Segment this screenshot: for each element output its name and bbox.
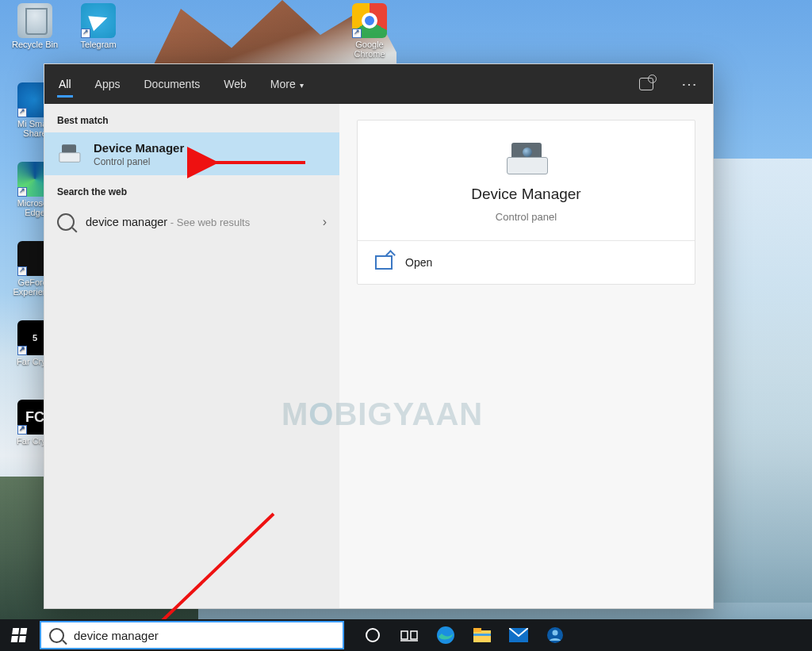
recycle-bin-icon bbox=[17, 3, 52, 38]
feedback-button[interactable] bbox=[635, 73, 657, 95]
shortcut-overlay-icon bbox=[17, 108, 27, 117]
more-options-icon bbox=[681, 75, 697, 94]
tab-more[interactable]: More bbox=[269, 73, 305, 95]
start-button[interactable] bbox=[0, 619, 38, 651]
cortana-button[interactable] bbox=[355, 619, 390, 651]
desktop-icon-telegram[interactable]: Telegram bbox=[70, 3, 127, 49]
desktop-icon-recycle-bin[interactable]: Recycle Bin bbox=[6, 3, 63, 49]
start-search-panel: All Apps Documents Web More Best match D… bbox=[44, 63, 714, 609]
taskbar-search-box[interactable] bbox=[40, 621, 344, 649]
desktop-icon-label: Recycle Bin bbox=[6, 40, 63, 49]
taskbar-file-explorer[interactable] bbox=[465, 619, 500, 651]
section-best-match: Best match bbox=[44, 104, 339, 132]
svg-point-2 bbox=[366, 629, 379, 641]
taskbar-your-phone[interactable] bbox=[538, 619, 573, 651]
results-list: Best match Device Manager Control panel … bbox=[44, 104, 339, 608]
file-explorer-icon bbox=[473, 627, 492, 643]
mail-icon bbox=[509, 628, 528, 642]
result-title: Device Manager bbox=[94, 141, 184, 155]
feedback-icon bbox=[639, 78, 653, 90]
search-icon bbox=[49, 628, 64, 643]
windows-logo-icon bbox=[11, 628, 28, 642]
device-manager-large-icon bbox=[504, 141, 550, 178]
web-result-row[interactable]: device manager - See web results › bbox=[44, 204, 339, 240]
open-icon bbox=[375, 255, 393, 270]
edge-icon bbox=[436, 626, 455, 645]
device-manager-icon bbox=[56, 140, 82, 167]
svg-point-12 bbox=[553, 630, 558, 636]
svg-rect-7 bbox=[473, 630, 491, 642]
task-view-button[interactable] bbox=[392, 619, 427, 651]
cortana-icon bbox=[365, 627, 381, 643]
preview-subtitle: Control panel bbox=[496, 211, 557, 223]
shortcut-overlay-icon bbox=[17, 187, 27, 197]
taskbar-mail[interactable] bbox=[501, 619, 536, 651]
desktop-icon-chrome[interactable]: Google Chrome bbox=[341, 3, 398, 59]
shortcut-overlay-icon bbox=[17, 346, 27, 355]
taskbar-search-input[interactable] bbox=[72, 628, 335, 643]
svg-rect-3 bbox=[401, 631, 408, 639]
tab-documents[interactable]: Documents bbox=[142, 73, 201, 95]
telegram-icon bbox=[81, 3, 116, 38]
preview-card: Device Manager Control panel Open bbox=[357, 120, 695, 285]
section-search-web: Search the web bbox=[44, 175, 339, 204]
result-subtitle: Control panel bbox=[94, 156, 184, 167]
options-button[interactable] bbox=[678, 73, 700, 95]
desktop-icon-label: Google Chrome bbox=[341, 40, 398, 59]
shortcut-overlay-icon bbox=[17, 266, 27, 276]
preview-title: Device Manager bbox=[471, 186, 580, 203]
desktop-icon-label: Telegram bbox=[70, 40, 127, 49]
chrome-icon bbox=[352, 3, 387, 38]
your-phone-icon bbox=[546, 626, 564, 644]
svg-rect-8 bbox=[473, 628, 481, 632]
search-filter-tabs: All Apps Documents Web More bbox=[44, 64, 713, 104]
svg-rect-4 bbox=[411, 631, 417, 639]
web-hint: - See web results bbox=[167, 216, 250, 228]
taskbar-edge[interactable] bbox=[428, 619, 463, 651]
tab-apps[interactable]: Apps bbox=[94, 73, 122, 95]
taskbar bbox=[0, 619, 812, 651]
shortcut-overlay-icon bbox=[81, 29, 90, 38]
search-icon bbox=[57, 213, 75, 231]
tab-all[interactable]: All bbox=[57, 73, 73, 98]
chevron-right-icon: › bbox=[323, 215, 327, 229]
svg-rect-9 bbox=[473, 634, 491, 636]
shortcut-overlay-icon bbox=[17, 425, 27, 435]
preview-pane: Device Manager Control panel Open bbox=[339, 104, 713, 608]
web-query: device manager bbox=[86, 216, 167, 228]
tab-web[interactable]: Web bbox=[222, 73, 248, 95]
result-device-manager[interactable]: Device Manager Control panel bbox=[44, 132, 339, 175]
action-open[interactable]: Open bbox=[358, 241, 695, 284]
taskbar-pinned bbox=[355, 619, 573, 651]
shortcut-overlay-icon bbox=[352, 29, 362, 38]
action-open-label: Open bbox=[405, 256, 432, 269]
task-view-icon bbox=[400, 629, 418, 641]
